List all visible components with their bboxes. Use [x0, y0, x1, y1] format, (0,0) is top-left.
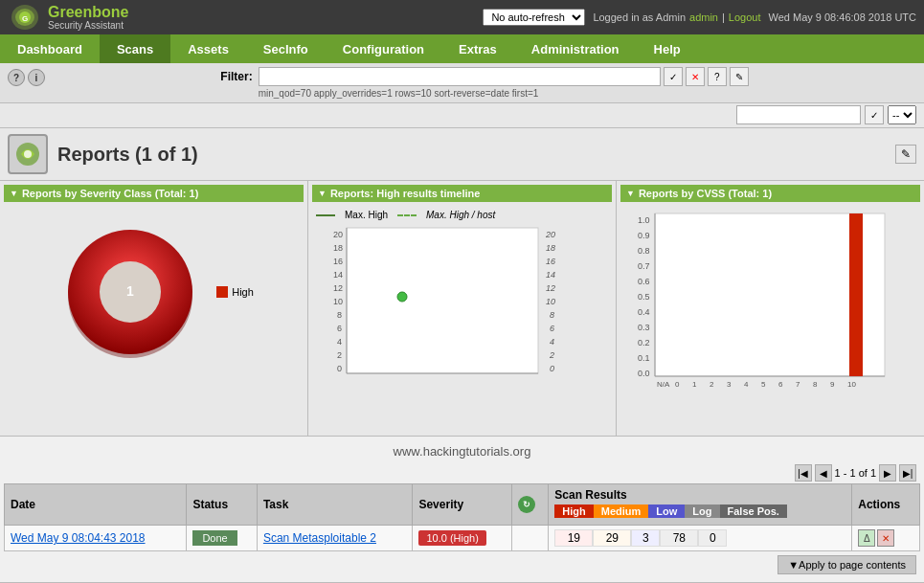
apply-button[interactable]: ▼Apply to page contents — [778, 555, 916, 574]
svg-text:14: 14 — [546, 270, 555, 280]
svg-text:10: 10 — [847, 380, 856, 389]
cell-actions: Δ ✕ — [852, 526, 920, 551]
col-task[interactable]: Task — [257, 484, 413, 526]
scan-icon[interactable]: ↻ — [518, 496, 535, 513]
nav-dashboard[interactable]: Dashboard — [0, 34, 100, 63]
svg-text:6: 6 — [337, 324, 342, 333]
scan-results-header: Scan Results High Medium Low Log False P… — [554, 488, 845, 518]
table-area: www.hackingtutorials.org |◀ ◀ 1 - 1 of 1… — [0, 437, 924, 582]
col-scan-icon: ↻ — [511, 484, 548, 526]
action-delete-button[interactable]: ✕ — [877, 529, 894, 547]
date-link[interactable]: Wed May 9 08:04:43 2018 — [11, 531, 146, 545]
svg-text:16: 16 — [546, 257, 555, 266]
page-title: Reports (1 of 1) — [57, 144, 198, 166]
result-low: 3 — [631, 529, 660, 547]
task-link[interactable]: Scan Metasploitable 2 — [263, 531, 376, 545]
cell-task: Scan Metasploitable 2 — [257, 526, 413, 551]
svg-text:0.8: 0.8 — [638, 246, 650, 256]
svg-text:0: 0 — [550, 364, 554, 373]
logout-link[interactable]: Logout — [729, 11, 761, 23]
top-bar: G Greenbone Security Assistant No auto-r… — [0, 0, 924, 34]
svg-text:20: 20 — [545, 230, 555, 239]
svg-text:4: 4 — [744, 380, 749, 389]
timeline-chart-header[interactable]: ▼ Reports: High results timeline — [312, 185, 612, 202]
pagination-info: 1 - 1 of 1 — [835, 467, 876, 479]
filter-input[interactable] — [259, 67, 661, 86]
result-fp: 0 — [698, 529, 727, 547]
severity-badge: 10.0 (High) — [418, 530, 485, 546]
severity-chart-header[interactable]: ▼ Reports by Severity Class (Total: 1) — [4, 185, 304, 202]
svg-text:1: 1 — [692, 380, 697, 389]
svg-text:14: 14 — [333, 270, 343, 280]
table-row: Wed May 9 08:04:43 2018 Done Scan Metasp… — [5, 526, 920, 551]
svg-rect-62 — [849, 213, 863, 376]
svg-text:9: 9 — [830, 380, 835, 389]
logo-subtitle: Security Assistant — [48, 20, 128, 31]
nav-help[interactable]: Help — [637, 34, 698, 63]
filter-help-button[interactable]: ? — [708, 67, 727, 86]
nav: Dashboard Scans Assets SecInfo Configura… — [0, 34, 924, 63]
svg-text:10: 10 — [546, 297, 555, 306]
svg-text:0.7: 0.7 — [638, 261, 650, 271]
action-delta-button[interactable]: Δ — [858, 529, 875, 547]
svg-text:0.2: 0.2 — [638, 338, 650, 348]
timeline-chart-panel: ▼ Reports: High results timeline Max. Hi… — [308, 181, 617, 436]
legend-max-high-host: Max. High / host — [426, 210, 495, 220]
reports-table: Date Status Task Severity ↻ Scan Results… — [4, 483, 920, 551]
help-icon-i[interactable]: i — [28, 69, 45, 86]
svg-text:0: 0 — [675, 380, 680, 389]
svg-text:12: 12 — [546, 283, 555, 293]
svg-text:6: 6 — [778, 380, 783, 389]
cell-date: Wed May 9 08:04:43 2018 — [5, 526, 187, 551]
admin-link[interactable]: admin — [689, 11, 718, 23]
filter2-apply-button[interactable]: ✓ — [865, 105, 884, 124]
nav-secinfo[interactable]: SecInfo — [246, 34, 326, 63]
svg-text:12: 12 — [333, 283, 343, 293]
svg-text:8: 8 — [550, 310, 554, 320]
svg-text:3: 3 — [727, 380, 732, 389]
page-prev-button[interactable]: ◀ — [815, 464, 832, 482]
auto-refresh-select[interactable]: No auto-refresh — [483, 9, 585, 26]
nav-configuration[interactable]: Configuration — [326, 34, 441, 63]
datetime: Wed May 9 08:46:08 2018 UTC — [769, 11, 917, 23]
col-severity[interactable]: Severity — [413, 484, 511, 526]
page-next-button[interactable]: ▶ — [879, 464, 896, 482]
page-last-button[interactable]: ▶| — [899, 464, 916, 482]
svg-text:2: 2 — [337, 350, 342, 360]
nav-administration[interactable]: Administration — [514, 34, 637, 63]
svg-text:4: 4 — [337, 337, 342, 347]
legend-max-high: Max. High — [345, 210, 388, 220]
page-first-button[interactable]: |◀ — [795, 464, 812, 482]
result-high: 19 — [554, 529, 593, 547]
filter-edit-button[interactable]: ✎ — [730, 67, 749, 86]
nav-extras[interactable]: Extras — [441, 34, 514, 63]
filter2-select[interactable]: -- — [888, 105, 916, 124]
svg-text:20: 20 — [333, 230, 343, 239]
svg-text:16: 16 — [333, 257, 343, 266]
nav-scans[interactable]: Scans — [100, 34, 170, 63]
cell-scan-icon — [511, 526, 548, 551]
nav-assets[interactable]: Assets — [170, 34, 246, 63]
help-icon-q[interactable]: ? — [8, 69, 25, 86]
svg-text:18: 18 — [546, 243, 555, 253]
donut-chart: 1 High — [4, 206, 304, 378]
page-edit-button[interactable]: ✎ — [895, 145, 916, 164]
filter-clear-button[interactable]: ✕ — [686, 67, 705, 86]
svg-text:5: 5 — [761, 380, 766, 389]
svg-text:1: 1 — [126, 283, 134, 299]
logo-icon: G — [8, 3, 42, 32]
logo-text: Greenbone — [48, 4, 128, 21]
result-medium: 29 — [593, 529, 631, 547]
svg-text:2: 2 — [549, 350, 554, 360]
svg-text:0.1: 0.1 — [638, 353, 650, 363]
cvss-chart-header[interactable]: ▼ Reports by CVSS (Total: 1) — [620, 185, 920, 202]
svg-text:0.9: 0.9 — [638, 231, 650, 240]
col-date[interactable]: Date — [5, 484, 187, 526]
col-status[interactable]: Status — [187, 484, 258, 526]
filter-apply-button[interactable]: ✓ — [664, 67, 683, 86]
svg-text:8: 8 — [337, 310, 342, 320]
filter-input2[interactable] — [736, 105, 861, 124]
svg-point-35 — [397, 292, 407, 302]
svg-text:G: G — [22, 14, 28, 23]
svg-text:0.6: 0.6 — [638, 277, 650, 286]
